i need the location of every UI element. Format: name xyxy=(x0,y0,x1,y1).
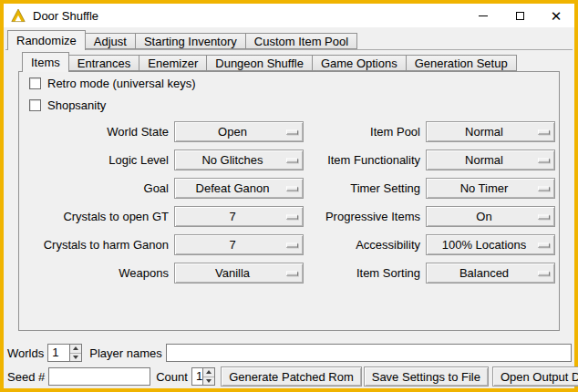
item-functionality-value: Normal xyxy=(465,153,503,167)
arrow-up-icon[interactable] xyxy=(70,345,81,353)
close-button[interactable]: ✕ xyxy=(538,4,574,27)
retro-mode-checkbox-box[interactable] xyxy=(29,77,41,89)
menu-indicator-icon xyxy=(286,186,298,191)
maximize-button[interactable] xyxy=(501,4,538,27)
menu-indicator-icon xyxy=(538,158,550,162)
world-state-dropdown[interactable]: Open xyxy=(174,121,304,142)
tab-enemizer[interactable]: Enemizer xyxy=(139,55,207,71)
window: Door Shuffle ✕ Randomize Adjust Starting… xyxy=(0,0,578,392)
save-settings-button[interactable]: Save Settings to File xyxy=(364,366,489,387)
crystals-harm-ganon-label: Crystals to harm Ganon xyxy=(27,234,169,255)
main-content: Randomize Adjust Starting Inventory Cust… xyxy=(4,27,574,388)
player-names-input[interactable] xyxy=(166,344,572,362)
logic-level-dropdown[interactable]: No Glitches xyxy=(174,150,304,170)
shopsanity-checkbox-label: Shopsanity xyxy=(47,98,106,112)
menu-indicator-icon xyxy=(538,242,550,247)
progressive-items-dropdown[interactable]: On xyxy=(426,206,555,227)
item-pool-label: Item Pool xyxy=(309,121,420,142)
inner-tab-bar: Items Entrances Enemizer Dungeon Shuffle… xyxy=(22,52,516,71)
tab-dungeon-shuffle[interactable]: Dungeon Shuffle xyxy=(206,55,313,71)
menu-indicator-icon xyxy=(286,129,298,134)
tab-randomize[interactable]: Randomize xyxy=(7,30,86,50)
world-state-label: World State xyxy=(27,121,169,142)
close-icon: ✕ xyxy=(551,9,563,23)
worlds-spinner-buttons xyxy=(69,345,81,361)
weapons-dropdown[interactable]: Vanilla xyxy=(174,263,304,284)
worlds-spinbox[interactable]: 1 xyxy=(47,344,82,362)
timer-setting-dropdown[interactable]: No Timer xyxy=(426,178,555,199)
titlebar: Door Shuffle ✕ xyxy=(4,4,574,27)
progressive-items-label: Progressive Items xyxy=(309,206,420,227)
count-value: 1 xyxy=(192,368,202,385)
generation-row: Seed # Count 1 Generate Patched Rom Save… xyxy=(7,366,572,387)
shopsanity-checkbox-box[interactable] xyxy=(29,99,41,111)
menu-indicator-icon xyxy=(286,271,298,275)
menu-indicator-icon xyxy=(538,271,550,275)
tab-game-options[interactable]: Game Options xyxy=(312,55,407,71)
timer-setting-value: No Timer xyxy=(460,181,509,195)
count-spinner-buttons xyxy=(202,368,214,385)
accessibility-value: 100% Locations xyxy=(442,238,527,252)
minimize-button[interactable] xyxy=(465,4,501,27)
menu-indicator-icon xyxy=(538,214,550,219)
item-sorting-value: Balanced xyxy=(459,266,509,280)
outer-notebook-pane-border xyxy=(5,49,573,50)
worlds-value: 1 xyxy=(48,345,69,361)
item-sorting-dropdown[interactable]: Balanced xyxy=(426,263,555,284)
maximize-icon xyxy=(516,12,524,20)
tab-adjust[interactable]: Adjust xyxy=(85,33,136,49)
worlds-label: Worlds xyxy=(7,346,44,360)
crystals-harm-ganon-value: 7 xyxy=(229,238,235,252)
goal-label: Goal xyxy=(27,178,169,199)
app-triforce-icon xyxy=(11,8,26,23)
world-state-value: Open xyxy=(218,125,247,139)
tab-custom-item-pool[interactable]: Custom Item Pool xyxy=(245,33,357,49)
tab-items[interactable]: Items xyxy=(22,52,69,72)
logic-level-label: Logic Level xyxy=(27,150,169,170)
options-grid: World State Open Item Pool Normal Logic … xyxy=(27,121,555,284)
minimize-icon xyxy=(479,15,488,16)
timer-setting-label: Timer Setting xyxy=(309,178,420,199)
menu-indicator-icon xyxy=(286,242,298,247)
logic-level-value: No Glitches xyxy=(201,153,263,167)
arrow-down-icon[interactable] xyxy=(70,353,81,362)
progressive-items-value: On xyxy=(476,210,491,223)
item-pool-value: Normal xyxy=(465,125,503,139)
tab-generation-setup[interactable]: Generation Setup xyxy=(406,55,517,71)
arrow-down-icon[interactable] xyxy=(203,377,214,386)
crystals-open-gt-value: 7 xyxy=(229,210,235,223)
item-functionality-label: Item Functionality xyxy=(309,150,420,170)
shopsanity-checkbox[interactable]: Shopsanity xyxy=(29,98,106,112)
retro-mode-checkbox-label: Retro mode (universal keys) xyxy=(47,77,196,90)
window-controls: ✕ xyxy=(465,4,574,27)
accessibility-dropdown[interactable]: 100% Locations xyxy=(426,234,555,255)
item-pool-dropdown[interactable]: Normal xyxy=(426,121,555,142)
tab-entrances[interactable]: Entrances xyxy=(68,55,140,71)
retro-mode-checkbox[interactable]: Retro mode (universal keys) xyxy=(29,76,196,90)
generate-patched-rom-button[interactable]: Generate Patched Rom xyxy=(221,366,362,387)
weapons-value: Vanilla xyxy=(215,266,250,280)
crystals-open-gt-dropdown[interactable]: 7 xyxy=(174,206,304,227)
menu-indicator-icon xyxy=(538,129,550,134)
goal-dropdown[interactable]: Defeat Ganon xyxy=(174,178,304,199)
accessibility-label: Accessibility xyxy=(309,234,420,255)
seed-label: Seed # xyxy=(7,370,45,384)
count-spinbox[interactable]: 1 xyxy=(191,367,215,386)
menu-indicator-icon xyxy=(538,186,550,191)
weapons-label: Weapons xyxy=(27,263,169,284)
outer-tab-bar: Randomize Adjust Starting Inventory Cust… xyxy=(7,30,356,49)
multiworld-row: Worlds 1 Player names xyxy=(7,343,572,363)
crystals-harm-ganon-dropdown[interactable]: 7 xyxy=(174,234,304,255)
menu-indicator-icon xyxy=(286,214,298,219)
menu-indicator-icon xyxy=(286,158,298,162)
window-title: Door Shuffle xyxy=(33,9,98,23)
arrow-up-icon[interactable] xyxy=(203,368,214,377)
seed-input[interactable] xyxy=(48,367,150,386)
item-functionality-dropdown[interactable]: Normal xyxy=(426,150,555,170)
open-output-directory-button[interactable]: Open Output Directory xyxy=(492,366,578,387)
crystals-open-gt-label: Crystals to open GT xyxy=(27,206,169,227)
tab-starting-inventory[interactable]: Starting Inventory xyxy=(135,33,246,49)
player-names-label: Player names xyxy=(89,346,161,360)
goal-value: Defeat Ganon xyxy=(196,181,270,195)
item-sorting-label: Item Sorting xyxy=(309,263,420,284)
